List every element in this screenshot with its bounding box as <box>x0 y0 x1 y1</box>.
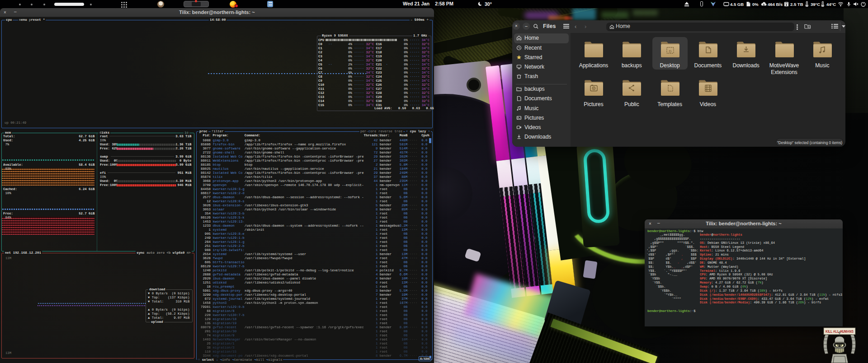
svg-text:D: D <box>669 49 671 53</box>
svg-text:KILL ALL HUMANS: KILL ALL HUMANS <box>826 329 854 334</box>
